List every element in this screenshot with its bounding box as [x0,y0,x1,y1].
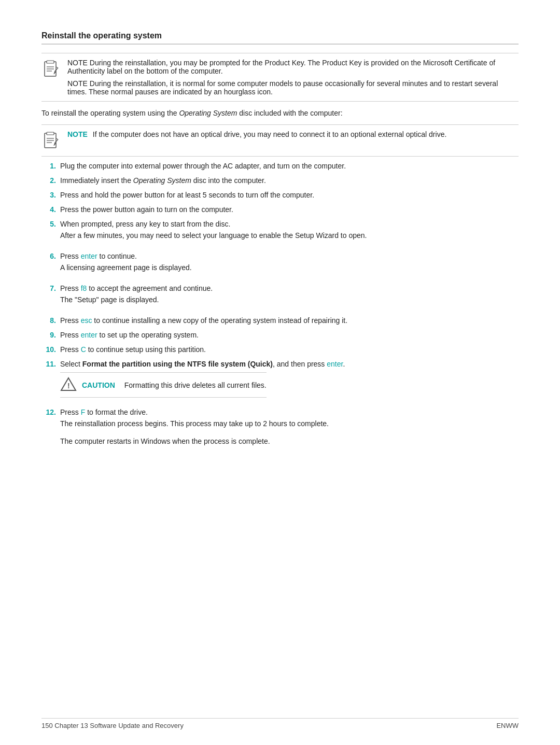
key-esc-8: esc [81,316,92,325]
step-11: 11. Select Format the partition using th… [41,360,519,402]
intro-text: To reinstall the operating system using … [41,109,519,117]
caution-text: Formatting this drive deletes all curren… [124,381,267,389]
caution-label: CAUTION [82,381,115,389]
step-8: 8. Press esc to continue installing a ne… [41,316,519,325]
step-sub-7: The "Setup" page is displayed. [60,296,159,304]
note-content-2: NOTE If the computer does not have an op… [67,130,519,138]
steps-list: 1. Plug the computer into external power… [41,162,519,452]
note-icon-1 [41,60,61,79]
step-9: 9. Press enter to set up the operating s… [41,331,519,339]
step-num-9: 9. [41,331,56,339]
step-2: 2. Immediately insert the Operating Syst… [41,176,519,185]
note-box-2: NOTE If the computer does not have an op… [41,124,519,157]
key-c-10: C [81,345,86,354]
note-icon-2 [41,131,61,151]
note-text-1a: During the reinstallation, you may be pr… [67,59,495,75]
step-content-1: Plug the computer into external power th… [60,162,519,170]
step-content-12: Press F to format the drive. [60,408,148,416]
step-10: 10. Press C to continue setup using this… [41,345,519,354]
step-num-10: 10. [41,345,56,354]
svg-rect-10 [47,132,54,135]
step-num-3: 3. [41,191,56,199]
step-num-6: 6. [41,252,56,260]
key-enter-6: enter [81,252,97,260]
note-content-1: NOTE During the reinstallation, you may … [67,59,519,96]
step-content-3: Press and hold the power button for at l… [60,191,519,199]
section-title: Reinstall the operating system [41,31,519,45]
step-num-7: 7. [41,284,56,292]
step-6: 6. Press enter to continue. A licensing … [41,252,519,278]
step-content-10: Press C to continue setup using this par… [60,345,519,354]
step-12: 12. Press F to format the drive. The rei… [41,408,519,452]
step-1: 1. Plug the computer into external power… [41,162,519,170]
step-content-5: When prompted, press any key to start fr… [60,220,230,228]
step-num-8: 8. [41,316,56,325]
step-num-11: 11. [41,360,56,368]
step-content-8: Press esc to continue installing a new c… [60,316,519,325]
step-content-11: Select Format the partition using the NT… [60,360,345,368]
key-enter-11: enter [327,360,343,368]
svg-text:!: ! [67,382,70,390]
step-num-1: 1. [41,162,56,170]
key-f-12: F [81,408,86,416]
step-content-2: Immediately insert the Operating System … [60,176,519,185]
note-box-1: NOTE During the reinstallation, you may … [41,53,519,102]
svg-rect-1 [47,61,54,63]
step-content-6: Press enter to continue. [60,252,137,260]
step-sub-5: After a few minutes, you may need to sel… [60,231,367,240]
step-content-7: Press f8 to accept the agreement and con… [60,284,213,292]
note-label-2: NOTE [67,130,88,138]
footer-right: ENWW [496,722,519,729]
step-bold-11: Format the partition using the NTFS file… [82,360,273,368]
caution-box: ! CAUTION Formatting this drive deletes … [60,372,267,398]
note-label-1b: NOTE [67,79,88,88]
step-num-5: 5. [41,220,56,228]
caution-triangle-icon: ! [60,377,77,393]
step-5: 5. When prompted, press any key to start… [41,220,519,246]
step-num-4: 4. [41,205,56,214]
step-3: 3. Press and hold the power button for a… [41,191,519,199]
note-label-1a: NOTE [67,59,88,67]
step-num-2: 2. [41,176,56,185]
page-footer: 150 Chapter 13 Software Update and Recov… [41,718,519,729]
note-text-2: If the computer does not have an optical… [93,130,447,138]
note-text-1b: During the reinstallation, it is normal … [67,79,498,96]
footer-left: 150 Chapter 13 Software Update and Recov… [41,722,184,729]
step-4: 4. Press the power button again to turn … [41,205,519,214]
step-sub-12b: The computer restarts in Windows when th… [60,437,270,445]
key-f8-7: f8 [81,284,87,292]
step-content-4: Press the power button again to turn on … [60,205,519,214]
key-enter-9: enter [81,331,97,339]
step-7: 7. Press f8 to accept the agreement and … [41,284,519,310]
step-num-12: 12. [41,408,56,416]
step-sub-6: A licensing agreement page is displayed. [60,263,192,272]
step-content-9: Press enter to set up the operating syst… [60,331,519,339]
step-sub-12a: The reinstallation process begins. This … [60,419,329,428]
